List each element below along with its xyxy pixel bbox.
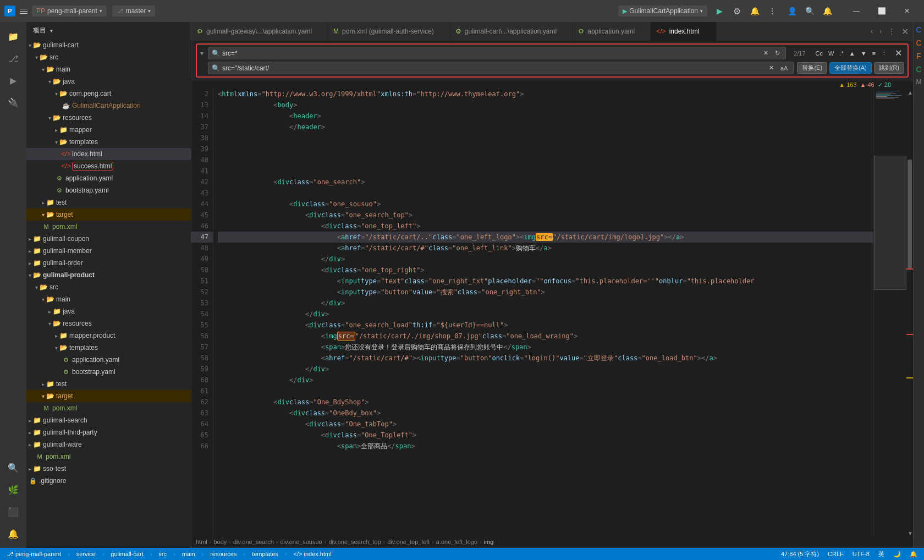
more-button[interactable]: ⋮: [765, 3, 780, 19]
tree-item-gitignore[interactable]: 🔒 .gitignore: [26, 475, 191, 487]
bc-div-top-left[interactable]: div.one_top_left: [387, 539, 430, 545]
right-icon-chrome1[interactable]: C: [915, 24, 922, 35]
tree-item-mapper[interactable]: ▸ 📁 mapper: [26, 124, 191, 136]
case-toggle-button[interactable]: aA: [778, 64, 790, 73]
tree-item-application-yaml[interactable]: ⚙ application.yaml: [26, 172, 191, 184]
close-button[interactable]: ✕: [894, 2, 920, 20]
tree-item-product-target[interactable]: ▾ 📂 target: [26, 390, 191, 402]
tree-item-test[interactable]: ▸ 📁 test: [26, 196, 191, 208]
more-options-button[interactable]: ⋮: [879, 48, 889, 58]
updates-button[interactable]: 🔔: [820, 3, 835, 19]
status-src[interactable]: src: [156, 551, 169, 557]
delete-button[interactable]: 跳到(R): [874, 62, 904, 74]
notification-button[interactable]: 🔔: [747, 3, 762, 19]
bc-body[interactable]: body: [213, 539, 227, 545]
tree-item-target[interactable]: ▾ 📂 target: [26, 208, 191, 221]
tree-item-gulimall-ware[interactable]: ▸ 📁 gulimall-ware: [26, 438, 191, 451]
status-line-ending[interactable]: CRLF: [826, 550, 846, 558]
bc-html[interactable]: html: [196, 539, 207, 545]
bc-div-one-sousuo[interactable]: div.one_sousuo: [280, 539, 322, 545]
tab-close-all[interactable]: ✕: [899, 25, 911, 38]
app-selector[interactable]: ▶ GulimallCartApplication ▾: [618, 6, 707, 17]
tree-item-product-test[interactable]: ▸ 📁 test: [26, 378, 191, 390]
tree-item-GulimallCartApplication[interactable]: ☕ GulimallCartApplication: [26, 100, 191, 112]
tree-item-product-java[interactable]: ▸ 📁 java: [26, 305, 191, 317]
tree-item-product-src[interactable]: ▾ 📂 src: [26, 281, 191, 293]
status-branch[interactable]: ⎇ peng-mall-parent: [4, 551, 63, 558]
filter-button[interactable]: ≡: [870, 49, 878, 58]
scroll-up-button[interactable]: ▲: [908, 90, 912, 94]
scroll-track[interactable]: [906, 94, 913, 530]
close-search-button[interactable]: ✕: [893, 47, 904, 59]
status-main[interactable]: main: [180, 551, 197, 557]
tree-item-gulimall-member[interactable]: ▸ 📁 gulimall-member: [26, 245, 191, 257]
right-icon-chrome3[interactable]: C: [915, 64, 922, 75]
activity-notifications[interactable]: 🔔: [3, 524, 23, 543]
tree-item-root-pom-xml[interactable]: M pom.xml: [26, 451, 191, 463]
status-cart[interactable]: gulimall-cart: [108, 551, 145, 557]
activity-run[interactable]: ▶: [3, 70, 23, 90]
tab-index-html[interactable]: </> index.html ✕: [651, 22, 717, 41]
tab-more[interactable]: ⋮: [886, 26, 897, 36]
status-resources[interactable]: resources: [208, 551, 239, 557]
replace-one-button[interactable]: 替换(E): [797, 62, 827, 74]
editor[interactable]: 2 13 14 37 38 39 40 41 42 43 44 45 46 47…: [191, 89, 913, 536]
tree-item-sso-test[interactable]: ▸ 📁 sso-test: [26, 463, 191, 475]
status-language[interactable]: 英: [876, 550, 887, 558]
activity-terminal[interactable]: ⬛: [3, 502, 23, 521]
bc-img[interactable]: img: [484, 539, 494, 545]
settings-button[interactable]: ⚙: [729, 3, 745, 19]
scroll-thumb[interactable]: [908, 160, 912, 268]
tree-item-bootstrap-yaml[interactable]: ⚙ bootstrap.yaml: [26, 184, 191, 196]
tree-item-java[interactable]: ▾ 📂 java: [26, 75, 191, 87]
vertical-scrollbar[interactable]: ▲ ▼: [906, 89, 913, 536]
tree-item-product-pom-xml[interactable]: M pom.xml: [26, 402, 191, 414]
tree-item-src[interactable]: ▾ 📂 src: [26, 51, 191, 63]
tab-pom-xml[interactable]: M pom.xml (gulimall-auth-service) ✕: [328, 22, 450, 41]
right-icon-ff[interactable]: F: [915, 51, 922, 62]
search-button[interactable]: 🔍: [802, 3, 817, 19]
bc-div-search-top[interactable]: div.one_search_top: [328, 539, 381, 545]
scroll-down-button[interactable]: ▼: [908, 530, 912, 535]
tree-item-success-html[interactable]: </> success.html: [26, 160, 191, 172]
clear-find-button[interactable]: ✕: [761, 48, 771, 58]
tree-item-gulimall-cart[interactable]: ▾ 📂 gulimall-cart: [26, 39, 191, 51]
replace-input[interactable]: [222, 64, 765, 72]
whole-word-button[interactable]: W: [826, 49, 836, 58]
next-match-button[interactable]: ▼: [859, 49, 869, 58]
status-index-html[interactable]: </> index.html: [292, 551, 334, 557]
tab-application-yaml-3[interactable]: ⚙ application.yaml ✕: [573, 22, 651, 41]
bc-div-one-search[interactable]: div.one_search: [233, 539, 274, 545]
right-icon-chrome2[interactable]: C: [915, 37, 922, 48]
right-icon-m[interactable]: M: [915, 77, 923, 87]
tree-item-mapper-product[interactable]: ▸ 📁 mapper.product: [26, 330, 191, 342]
user-button[interactable]: 👤: [784, 3, 800, 19]
status-bell-icon[interactable]: 🔔: [908, 550, 920, 558]
tree-item-gulimall-coupon[interactable]: ▸ 📁 gulimall-coupon: [26, 233, 191, 245]
tree-item-main[interactable]: ▾ 📂 main: [26, 63, 191, 75]
project-selector[interactable]: PP peng-mall-parent ▾: [32, 6, 107, 17]
activity-plugins[interactable]: 🔌: [3, 92, 23, 112]
replace-input-wrap[interactable]: 🔍 ✕ aA: [208, 62, 794, 74]
bc-a-left-logo[interactable]: a.one_left_logo: [436, 539, 477, 545]
status-encoding[interactable]: UTF-8: [850, 550, 872, 558]
tree-item-templates[interactable]: ▾ 📂 templates: [26, 136, 191, 148]
case-sensitive-button[interactable]: Cc: [813, 49, 825, 58]
tab-scroll-left[interactable]: ‹: [868, 26, 875, 36]
code-content[interactable]: <html xmlns="http://www.w3.org/1999/xhtm…: [213, 89, 873, 536]
tree-item-index-html[interactable]: </> index.html: [26, 148, 191, 160]
activity-explorer[interactable]: 📁: [3, 26, 23, 46]
activity-git[interactable]: 🌿: [3, 480, 23, 499]
status-templates[interactable]: templates: [250, 551, 280, 557]
branch-selector[interactable]: ⎇ master ▾: [112, 6, 156, 17]
activity-search[interactable]: 🔍: [3, 458, 23, 477]
find-input-wrap[interactable]: 🔍 ✕ ↻: [208, 47, 786, 59]
tree-item-com-peng-cart[interactable]: ▾ 📂 com.peng.cart: [26, 87, 191, 100]
clear-replace-button[interactable]: ✕: [767, 63, 776, 73]
activity-vcs[interactable]: ⎇: [3, 48, 23, 68]
refresh-find-button[interactable]: ↻: [773, 48, 782, 58]
prev-match-button[interactable]: ▲: [847, 49, 857, 58]
regex-button[interactable]: .*: [837, 49, 845, 58]
run-button[interactable]: ▶: [712, 3, 727, 19]
tree-item-product-resources[interactable]: ▾ 📂 resources: [26, 317, 191, 330]
